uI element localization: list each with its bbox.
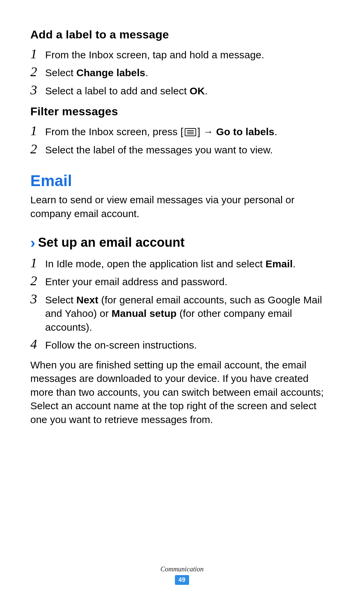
step-text: Select a label to add and select OK. bbox=[45, 84, 334, 98]
list-setup-email: 1 In Idle mode, open the application lis… bbox=[30, 256, 334, 352]
menu-icon bbox=[185, 128, 196, 136]
step-text: From the Inbox screen, tap and hold a me… bbox=[45, 48, 334, 62]
list-add-label: 1 From the Inbox screen, tap and hold a … bbox=[30, 47, 334, 98]
page-number-badge: 49 bbox=[175, 575, 189, 585]
heading-text: Set up an email account bbox=[38, 234, 185, 251]
section-title-email: Email bbox=[30, 170, 334, 191]
step-number: 2 bbox=[30, 142, 45, 156]
list-item: 3 Select Next (for general email account… bbox=[30, 292, 334, 334]
footer-section-label: Communication bbox=[0, 565, 364, 574]
step-text: Follow the on-screen instructions. bbox=[45, 338, 334, 352]
list-filter-messages: 1 From the Inbox screen, press [ ] → Go … bbox=[30, 124, 334, 157]
step-number: 4 bbox=[30, 337, 45, 351]
heading-add-label: Add a label to a message bbox=[30, 27, 334, 42]
step-text: In Idle mode, open the application list … bbox=[45, 257, 334, 271]
step-number: 1 bbox=[30, 47, 45, 61]
step-number: 1 bbox=[30, 124, 45, 138]
list-item: 4 Follow the on-screen instructions. bbox=[30, 337, 334, 352]
step-text: Enter your email address and password. bbox=[45, 275, 334, 289]
step-number: 1 bbox=[30, 256, 45, 270]
document-page: Add a label to a message 1 From the Inbo… bbox=[0, 0, 364, 597]
step-number: 2 bbox=[30, 274, 45, 288]
list-item: 3 Select a label to add and select OK. bbox=[30, 83, 334, 98]
list-item: 1 In Idle mode, open the application lis… bbox=[30, 256, 334, 271]
chevron-right-icon: › bbox=[30, 235, 35, 250]
closing-paragraph: When you are finished setting up the ema… bbox=[30, 358, 334, 427]
list-item: 2 Select the label of the messages you w… bbox=[30, 142, 334, 157]
list-item: 1 From the Inbox screen, press [ ] → Go … bbox=[30, 124, 334, 139]
step-number: 3 bbox=[30, 83, 45, 97]
heading-setup-email: › Set up an email account bbox=[30, 234, 334, 251]
step-number: 2 bbox=[30, 65, 45, 79]
list-item: 1 From the Inbox screen, tap and hold a … bbox=[30, 47, 334, 62]
step-text: From the Inbox screen, press [ ] → Go to… bbox=[45, 125, 334, 139]
step-number: 3 bbox=[30, 292, 45, 306]
page-footer: Communication 49 bbox=[0, 565, 364, 585]
heading-filter-messages: Filter messages bbox=[30, 104, 334, 119]
section-intro: Learn to send or view email messages via… bbox=[30, 193, 334, 220]
list-item: 2 Enter your email address and password. bbox=[30, 274, 334, 289]
step-text: Select Next (for general email accounts,… bbox=[45, 293, 334, 334]
list-item: 2 Select Change labels. bbox=[30, 65, 334, 80]
step-text: Select Change labels. bbox=[45, 66, 334, 80]
step-text: Select the label of the messages you wan… bbox=[45, 143, 334, 157]
